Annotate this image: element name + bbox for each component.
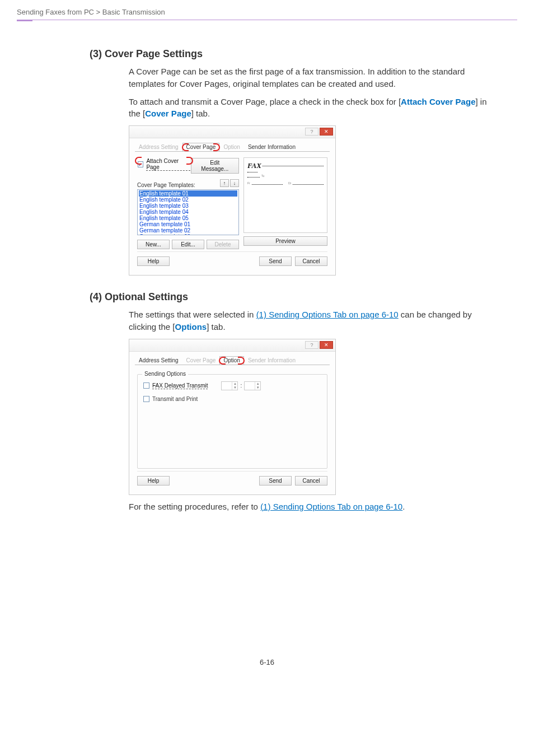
list-item[interactable]: English template 03 (139, 203, 237, 209)
tab-option-label: Option (223, 144, 240, 150)
section-4-p1: The settings that were selected in (1) S… (129, 309, 495, 333)
tab-option[interactable]: Option (219, 356, 243, 365)
s4p2-a: For the setting procedures, refer to (129, 502, 260, 511)
preview-button[interactable]: Preview (243, 236, 327, 246)
tab-cover-label: Cover Page (186, 357, 216, 363)
list-item[interactable]: German template 01 (139, 221, 237, 227)
tab-sender-info[interactable]: Sender Information (244, 356, 299, 365)
s3p2-cover: Cover Page (145, 109, 191, 118)
section-4-p2: For the setting procedures, refer to (1)… (129, 501, 495, 513)
time-colon: : (240, 382, 242, 389)
section-3-p1: A Cover Page can be set as the first pag… (129, 66, 495, 90)
section-3-title: (3) Cover Page Settings (90, 48, 495, 60)
s4p1-opt: Options (175, 322, 207, 332)
dot-line (247, 177, 260, 178)
tab-sender-info[interactable]: Sender Information (244, 143, 299, 151)
preview-small-text: To (261, 175, 264, 178)
dialog-title-blur (132, 342, 133, 348)
list-item[interactable]: English template 04 (139, 209, 237, 215)
preview-small-text: Fr (247, 182, 250, 185)
tab-cover-page[interactable]: Cover Page (182, 356, 220, 365)
dot-line (293, 184, 324, 185)
s3p2-attach: Attach Cover Page (401, 97, 475, 106)
option-dialog-tabs: Address Setting Cover Page Option Sender… (135, 355, 330, 365)
cover-dialog-tabs: Address Setting Cover Page Option Sender… (135, 142, 330, 152)
preview-small-text: Dt (288, 182, 291, 185)
delayed-hour-spinner[interactable]: ▲▼ (221, 381, 238, 390)
breadcrumb: Sending Faxes from PC > Basic Transmissi… (0, 0, 534, 20)
tab-option[interactable]: Option (219, 143, 243, 151)
breadcrumb-text: Sending Faxes from PC > Basic Transmissi… (17, 8, 165, 16)
tab-sender-label: Sender Information (248, 357, 296, 363)
dot-line (252, 184, 283, 185)
cover-page-dialog: ? ✕ Address Setting Cover Page Option Se… (129, 125, 336, 276)
attach-cover-checkbox[interactable] (138, 161, 143, 167)
help-button[interactable]: Help (137, 256, 170, 266)
delayed-transmit-checkbox[interactable] (143, 382, 149, 389)
help-window-button[interactable]: ? (305, 341, 318, 349)
list-item[interactable]: German template 03 (139, 234, 237, 235)
edit-template-button[interactable]: Edit... (172, 240, 204, 249)
dot-line (263, 166, 324, 166)
close-window-button[interactable]: ✕ (320, 341, 333, 349)
list-item[interactable]: English template 05 (139, 215, 237, 221)
delayed-minute-spinner[interactable]: ▲▼ (244, 381, 261, 390)
help-button[interactable]: Help (137, 476, 170, 486)
s3p2-c: ] tab. (191, 109, 210, 118)
delete-template-button[interactable]: Delete (207, 240, 239, 249)
s3p2-a: To attach and transmit a Cover Page, pla… (129, 97, 401, 106)
tab-option-label: Option (223, 357, 240, 363)
preview-fax-label: FAX (247, 161, 261, 170)
dot-line (247, 172, 257, 172)
send-button[interactable]: Send (259, 476, 292, 486)
s4p2-b: . (402, 502, 405, 511)
edit-message-button[interactable]: Edit Message... (191, 158, 239, 174)
tab-address-setting[interactable]: Address Setting (135, 356, 182, 365)
cancel-button[interactable]: Cancel (295, 256, 327, 266)
dialog-titlebar: ? ✕ (129, 126, 335, 138)
option-dialog: ? ✕ Address Setting Cover Page Option Se… (129, 339, 336, 495)
move-down-button[interactable]: ↓ (230, 179, 239, 187)
new-template-button[interactable]: New... (137, 240, 170, 249)
sending-options-legend: Sending Options (142, 371, 188, 377)
cancel-button[interactable]: Cancel (295, 476, 327, 486)
tab-cover-label: Cover Page (186, 144, 216, 150)
tab-address-setting[interactable]: Address Setting (135, 143, 182, 151)
transmit-print-label: Transmit and Print (152, 396, 198, 402)
sending-options-link-1[interactable]: (1) Sending Options Tab on page 6-10 (256, 310, 399, 319)
page-number: 6-16 (0, 658, 534, 683)
dialog-titlebar: ? ✕ (129, 339, 335, 352)
list-item[interactable]: English template 01 (139, 190, 237, 197)
transmit-print-checkbox[interactable] (143, 396, 149, 402)
section-4-title: (4) Optional Settings (90, 291, 495, 303)
send-button[interactable]: Send (259, 256, 292, 266)
help-window-button[interactable]: ? (305, 128, 318, 136)
dialog-title-blur (132, 129, 133, 135)
close-window-button[interactable]: ✕ (320, 128, 333, 136)
delayed-transmit-label: FAX Delayed Transmit (152, 382, 208, 389)
list-item[interactable]: English template 02 (139, 197, 237, 203)
tab-cover-page[interactable]: Cover Page (182, 143, 220, 151)
s4p1-c: ] tab. (207, 322, 225, 332)
sending-options-group: Sending Options FAX Delayed Transmit ▲▼ … (137, 374, 327, 469)
cover-templates-label: Cover Page Templates: (137, 182, 195, 188)
attach-cover-label: Attach Cover Page (146, 158, 190, 171)
header-divider (17, 20, 517, 20)
tab-address-label: Address Setting (139, 144, 179, 150)
list-item[interactable]: German template 02 (139, 227, 237, 234)
move-up-button[interactable]: ↑ (220, 179, 229, 187)
sending-options-link-2[interactable]: (1) Sending Options Tab on page 6-10 (260, 502, 402, 511)
s4p1-a: The settings that were selected in (129, 310, 256, 319)
template-listbox[interactable]: English template 01 English template 02 … (137, 189, 239, 235)
section-3-p2: To attach and transmit a Cover Page, pla… (129, 96, 495, 120)
cover-preview: FAX To Fr (243, 157, 327, 233)
